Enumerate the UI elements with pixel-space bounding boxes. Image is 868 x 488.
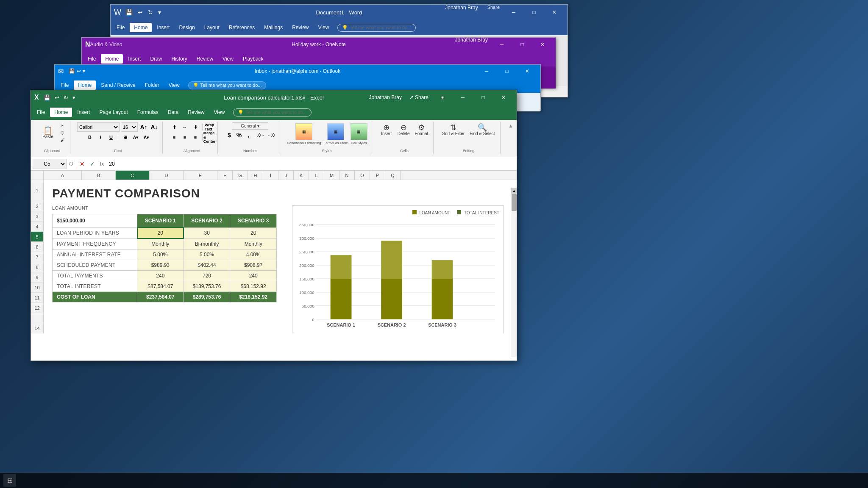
loan-period-s3[interactable]: 20 [230,227,277,238]
row-2[interactable]: 2 [31,201,43,211]
italic-btn[interactable]: I [96,133,105,142]
scheduled-payment-s2[interactable]: $402.44 [184,260,230,271]
row-8[interactable]: 8 [31,262,43,272]
row-9[interactable]: 9 [31,272,43,283]
total-payments-s2[interactable]: 720 [184,271,230,281]
payment-freq-s3[interactable]: Monthly [230,238,277,250]
format-as-table-btn[interactable]: ▦ Format as Table [323,122,348,146]
underline-btn[interactable]: U [106,133,116,142]
outlook-qs-save[interactable]: 💾 [69,68,75,74]
outlook-qs-undo[interactable]: ↩ [77,68,81,74]
excel-minimize-btn[interactable]: ─ [453,90,473,105]
row-14[interactable]: 14 [31,323,43,333]
word-save-btn[interactable]: 💾 [124,8,134,17]
word-menu-home[interactable]: Home [130,23,152,32]
scenario1-header[interactable]: SCENARIO 1 [137,214,184,228]
formula-confirm-btn[interactable]: ✓ [88,160,97,168]
total-interest-s2[interactable]: $139,753.76 [184,281,230,292]
onenote-menu-history[interactable]: History [167,54,191,64]
col-header-n[interactable]: N [339,171,355,180]
currency-btn[interactable]: $ [225,130,234,140]
loan-period-s2[interactable]: 30 [184,227,230,238]
cost-of-loan-s1[interactable]: $237,584.07 [137,292,184,302]
onenote-menu-playback[interactable]: Playback [239,54,268,64]
insert-cells-btn[interactable]: ⊕ Insert [379,122,394,137]
col-header-e[interactable]: E [184,171,217,180]
excel-expand-btn[interactable]: ⊞ [433,90,452,105]
excel-menu-file[interactable]: File [33,108,49,117]
outlook-menu-send-receive[interactable]: Send / Receive [97,80,139,90]
scenario3-header[interactable]: SCENARIO 3 [230,214,277,228]
scheduled-payment-s1[interactable]: $989.93 [137,260,184,271]
row-3[interactable]: 3 [31,211,43,222]
word-menu-insert[interactable]: Insert [153,23,174,32]
row-10[interactable]: 10 [31,283,43,293]
word-menu-file[interactable]: File [112,23,129,32]
word-close-btn[interactable]: ✕ [545,5,564,20]
word-menu-design[interactable]: Design [175,23,199,32]
excel-share-btn[interactable]: ↗ Share [406,94,432,101]
total-interest-s3[interactable]: $68,152.92 [230,281,277,292]
ribbon-cut-btn[interactable]: ✂ [59,122,67,129]
scroll-up-btn[interactable]: ▲ [511,188,517,194]
row-12[interactable]: 12 [31,303,43,313]
word-undo-btn[interactable]: ↩ [136,8,145,17]
word-maximize-btn[interactable]: □ [524,5,544,20]
align-left-btn[interactable]: ≡ [170,133,179,142]
excel-customize-btn[interactable]: ▾ [71,94,77,101]
row-4[interactable]: 4 [31,222,43,232]
loan-period-s1[interactable]: 20 [137,227,184,238]
row-11[interactable]: 11 [31,293,43,303]
col-header-m[interactable]: M [324,171,339,180]
outlook-menu-file[interactable]: File [56,80,73,90]
scenario2-header[interactable]: SCENARIO 2 [184,214,230,228]
comma-btn[interactable]: , [244,130,253,140]
word-menu-review[interactable]: Review [288,23,313,32]
col-header-c[interactable]: C [116,171,150,180]
onenote-menu-draw[interactable]: Draw [146,54,166,64]
formula-options-icon[interactable]: ⬡ [68,161,74,166]
onenote-menu-file[interactable]: File [83,54,100,64]
align-center-btn[interactable]: ≡ [180,133,189,142]
payment-freq-s2[interactable]: Bi-monthly [184,238,230,250]
word-menu-mailings[interactable]: Mailings [260,23,287,32]
word-customize-btn[interactable]: ▾ [156,8,163,17]
col-header-p[interactable]: P [370,171,385,180]
outlook-menu-folder[interactable]: Folder [141,80,164,90]
onenote-menu-review[interactable]: Review [192,54,217,64]
font-color-btn[interactable]: A▾ [142,133,151,142]
excel-menu-insert[interactable]: Insert [73,108,94,117]
outlook-maximize-btn[interactable]: □ [497,64,517,79]
onenote-minimize-btn[interactable]: ─ [492,37,512,52]
interest-rate-s3[interactable]: 4.00% [230,250,277,260]
increase-decimal-btn[interactable]: .0→ [256,130,266,140]
excel-redo-btn[interactable]: ↻ [62,94,70,101]
onenote-menu-insert[interactable]: Insert [124,54,145,64]
formula-cancel-btn[interactable]: ✕ [78,160,86,168]
align-right-btn[interactable]: ≡ [191,133,200,142]
col-header-j[interactable]: J [278,171,294,180]
total-interest-s1[interactable]: $87,584.07 [137,281,184,292]
excel-maximize-btn[interactable]: □ [473,90,493,105]
col-header-h[interactable]: H [248,171,263,180]
ribbon-paste-btn[interactable]: 📋 Paste [38,125,58,140]
start-btn[interactable]: ⊞ [3,474,16,487]
align-top-btn[interactable]: ⬆ [170,122,179,132]
onenote-close-btn[interactable]: ✕ [533,37,552,52]
row-13[interactable] [31,313,43,323]
decrease-decimal-btn[interactable]: ←.0 [266,130,275,140]
word-menu-view[interactable]: View [314,23,334,32]
ribbon-expand-btn[interactable]: ▲ [508,122,513,129]
loan-amount-value[interactable]: $150,000.00 [53,214,137,228]
cell-styles-btn[interactable]: ▦ Cell Styles [350,122,368,146]
outlook-minimize-btn[interactable]: ─ [477,64,496,79]
word-menu-references[interactable]: References [225,23,259,32]
scheduled-payment-s3[interactable]: $908.97 [230,260,277,271]
col-header-q[interactable]: Q [385,171,401,180]
bold-btn[interactable]: B [85,133,95,142]
border-btn[interactable]: ⊞ [120,133,130,142]
outlook-close-btn[interactable]: ✕ [517,64,537,79]
ribbon-format-painter-btn[interactable]: 🖌 [59,137,67,143]
onenote-maximize-btn[interactable]: □ [512,37,532,52]
excel-save-btn[interactable]: 💾 [42,94,52,101]
